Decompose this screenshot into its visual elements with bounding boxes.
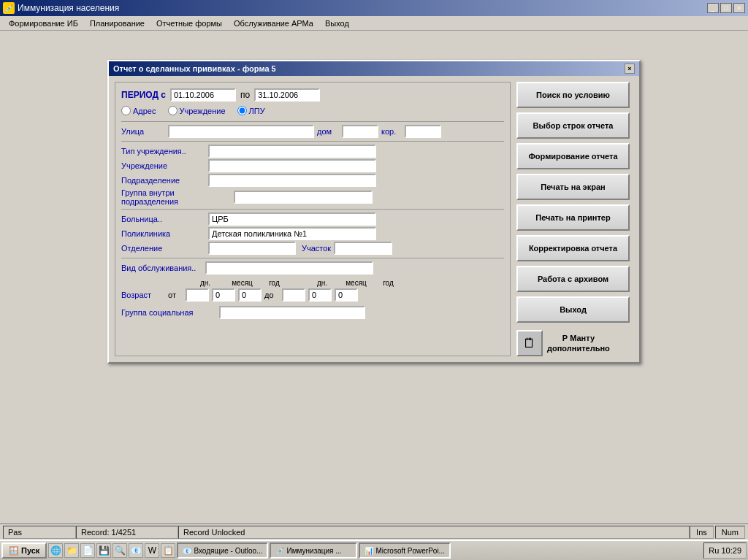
minimize-button[interactable]: _ — [707, 3, 719, 13]
title-bar-buttons: _ □ × — [707, 3, 745, 13]
age-to-mes[interactable] — [308, 288, 332, 302]
form-report-button[interactable]: Формирование отчета — [516, 143, 630, 169]
taskbar-search-icon[interactable]: 🔍 — [112, 543, 127, 558]
menu-planirovanie[interactable]: Планирование — [84, 18, 150, 29]
period-label: ПЕРИОД с — [121, 90, 166, 100]
radio-addr-label[interactable]: Адрес — [121, 106, 156, 115]
title-bar: 💉 Иммунизация населения _ □ × — [0, 0, 748, 16]
dialog: Отчет о сделанных прививках - форма 5 × … — [107, 60, 641, 364]
taskbar-mail-small-icon[interactable]: 📧 — [129, 543, 143, 558]
status-bar: Pas Record: 1/4251 Record Unlocked Ins N… — [0, 523, 748, 540]
dom-label: дом — [317, 127, 339, 136]
start-button[interactable]: 🪟 Пуск — [1, 542, 47, 559]
search-condition-button[interactable]: Поиск по условию — [516, 82, 630, 108]
poliklinika-input[interactable] — [208, 227, 376, 240]
service-input[interactable] — [205, 261, 373, 275]
mantu-label: Р Мантудополнительно — [547, 333, 610, 354]
menu-bar: Формирование ИБ Планирование Отчетные фо… — [0, 16, 748, 31]
taskbar-extra-icon[interactable]: 📋 — [161, 543, 175, 558]
age-label: Возраст — [121, 291, 165, 299]
age-header: дн. месяц год дн. месяц год — [191, 279, 504, 287]
poliklinika-label: Поликлиника — [121, 229, 205, 238]
kor-label: кор. — [381, 127, 402, 136]
dn2-header: дн. — [308, 279, 337, 287]
exit-button[interactable]: Выход — [516, 296, 630, 323]
age-to-dn[interactable] — [282, 288, 305, 302]
work-archive-button[interactable]: Работа с архивом — [516, 266, 630, 292]
radio-lpu-label[interactable]: ЛПУ — [237, 106, 265, 115]
powerpoint-icon: 📊 — [365, 547, 373, 555]
dialog-body: ПЕРИОД с по Адрес Учреждение — [109, 76, 639, 362]
uchastok-input[interactable] — [334, 242, 392, 255]
age-from-mes[interactable] — [212, 288, 235, 302]
radio-group: Адрес Учреждение ЛПУ — [121, 106, 504, 115]
menu-obsluzhivanie[interactable]: Обслуживание АРМа — [228, 18, 319, 29]
age-section: дн. месяц год дн. месяц год Возраст от — [121, 279, 504, 302]
from-label: от — [168, 291, 183, 299]
social-row: Группа социальная — [121, 306, 504, 319]
menu-formirование[interactable]: Формирование ИБ — [3, 18, 84, 29]
uch-input[interactable] — [208, 159, 376, 172]
taskbar-apps: 📧 Входящие - Outloo... 💉 Иммунизация ...… — [177, 542, 451, 559]
dialog-close-button[interactable]: × — [625, 64, 635, 74]
taskbar-word-icon[interactable]: W — [145, 543, 159, 558]
mes2-header: месяц — [340, 279, 373, 287]
print-screen-button[interactable]: Печать на экран — [516, 174, 630, 200]
bolnitsa-input[interactable] — [208, 212, 376, 226]
main-area: Отчет о сделанных прививках - форма 5 × … — [0, 31, 748, 518]
menu-vyhod[interactable]: Выход — [319, 18, 355, 29]
taskbar-immunization[interactable]: 💉 Иммунизация ... — [270, 542, 357, 559]
mantu-icon[interactable]: 🗒 — [516, 330, 543, 356]
select-rows-button[interactable]: Выбор строк отчета — [516, 112, 630, 139]
service-row: Вид обслуживания.. — [121, 261, 504, 275]
period-row: ПЕРИОД с по — [121, 88, 504, 101]
social-label: Группа социальная — [121, 308, 216, 317]
close-button[interactable]: × — [733, 3, 745, 13]
maximize-button[interactable]: □ — [720, 3, 732, 13]
date-to-input[interactable] — [254, 88, 320, 101]
pod-input[interactable] — [208, 174, 376, 187]
immunization-label: Иммунизация ... — [286, 547, 341, 555]
social-input[interactable] — [219, 306, 365, 319]
outlook-icon: 📧 — [183, 547, 191, 555]
poliklinika-row: Поликлиника — [121, 227, 504, 240]
radio-addr[interactable] — [121, 106, 131, 115]
taskbar-docs-icon[interactable]: 📄 — [80, 543, 95, 558]
radio-lpu-text: ЛПУ — [249, 107, 265, 115]
kor-input[interactable] — [405, 125, 441, 138]
start-label: Пуск — [21, 546, 39, 555]
radio-inst[interactable] — [168, 106, 178, 115]
pod-row: Подразделение — [121, 174, 504, 187]
radio-lpu[interactable] — [237, 106, 247, 115]
menu-otchety[interactable]: Отчетные формы — [150, 18, 228, 29]
date-from-input[interactable] — [170, 88, 236, 101]
age-from-god[interactable] — [238, 288, 262, 302]
street-input[interactable] — [168, 125, 314, 138]
taskbar: 🪟 Пуск 🌐 📁 📄 💾 🔍 📧 W 📋 📧 Входящие - Outl… — [0, 540, 748, 560]
otd-input[interactable] — [208, 242, 296, 255]
taskbar-ie-icon[interactable]: 🌐 — [48, 543, 63, 558]
lang-indicator: Ru — [709, 546, 719, 555]
print-printer-button[interactable]: Печать на принтер — [516, 204, 630, 231]
taskbar-outlook[interactable]: 📧 Входящие - Outloo... — [177, 542, 268, 559]
tip-input[interactable] — [208, 145, 376, 158]
status-pas: Pas — [3, 526, 76, 539]
taskbar-explorer-icon[interactable]: 📁 — [64, 543, 79, 558]
tip-row: Тип учреждения.. — [121, 145, 504, 158]
taskbar-time: 10:29 — [721, 546, 741, 555]
age-from-dn[interactable] — [186, 288, 209, 302]
correct-report-button[interactable]: Корректировка отчета — [516, 235, 630, 261]
lpu-section: Больница.. Поликлиника Отделение Участок — [121, 212, 504, 255]
god1-header: год — [262, 279, 287, 287]
taskbar-powerpoint[interactable]: 📊 Microsoft PowerPoi... — [359, 542, 450, 559]
mantu-area: 🗒 Р Мантудополнительно — [516, 330, 633, 356]
taskbar-save-icon[interactable]: 💾 — [96, 543, 111, 558]
age-to-god[interactable] — [335, 288, 358, 302]
otd-label: Отделение — [121, 244, 205, 253]
status-locked: Record Unlocked — [178, 526, 690, 539]
start-icon: 🪟 — [9, 546, 19, 556]
dom-input[interactable] — [342, 125, 378, 138]
grup-input[interactable] — [234, 191, 373, 204]
pod-label: Подразделение — [121, 176, 205, 185]
radio-inst-label[interactable]: Учреждение — [168, 106, 226, 115]
